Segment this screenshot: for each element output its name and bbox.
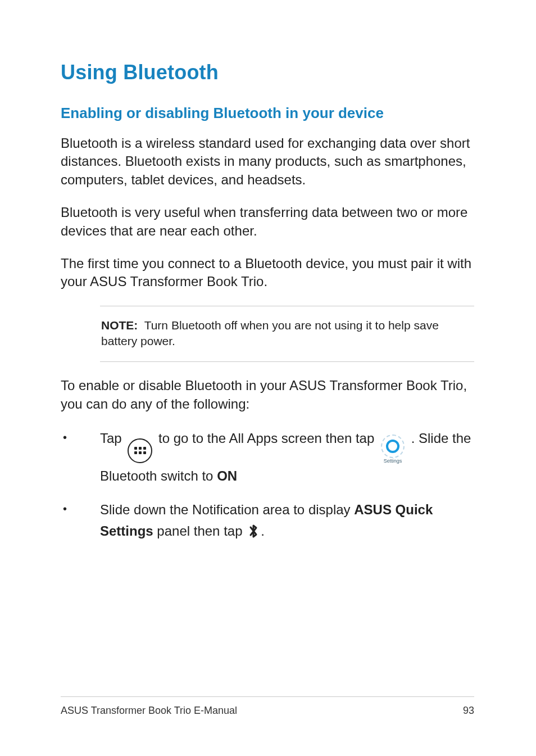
all-apps-icon <box>128 438 152 463</box>
bullet-list: • Tap to go to the All Apps screen then … <box>61 428 474 546</box>
text-fragment: to go to the All Apps screen then tap <box>158 431 378 446</box>
paragraph: Bluetooth is a wireless standard used fo… <box>61 134 474 189</box>
dots-grid <box>134 447 146 454</box>
note-body-text: Turn Bluetooth off when you are not usin… <box>101 319 439 347</box>
page-number: 93 <box>463 705 474 717</box>
bluetooth-icon <box>247 523 260 545</box>
text-fragment: Tap <box>100 431 125 446</box>
note-text: NOTE: Turn Bluetooth off when you are no… <box>101 318 473 350</box>
list-item-body: Tap to go to the All Apps screen then ta… <box>100 428 474 487</box>
text-fragment: . <box>261 523 265 538</box>
settings-ring <box>383 437 402 456</box>
list-item-body: Slide down the Notification area to disp… <box>100 499 474 546</box>
paragraph: Bluetooth is very useful when transferri… <box>61 203 474 240</box>
page-title: Using Bluetooth <box>61 61 474 84</box>
list-item: • Slide down the Notification area to di… <box>61 499 474 546</box>
paragraph: The first time you connect to a Bluetoot… <box>61 255 474 291</box>
manual-page: Using Bluetooth Enabling or disabling Bl… <box>0 0 536 756</box>
list-item: • Tap to go to the All Apps screen then … <box>61 428 474 487</box>
paragraph: To enable or disable Bluetooth in your A… <box>61 377 474 413</box>
bullet-icon: • <box>61 499 100 518</box>
settings-icon: Settings <box>380 437 405 465</box>
settings-label: Settings <box>384 457 402 465</box>
bullet-icon: • <box>61 428 100 447</box>
on-label: ON <box>217 468 237 483</box>
text-fragment: panel then tap <box>153 523 246 538</box>
note-label: NOTE: <box>101 319 138 332</box>
section-heading: Enabling or disabling Bluetooth in your … <box>61 105 474 122</box>
settings-inner <box>386 440 399 453</box>
page-footer: ASUS Transformer Book Trio E-Manual 93 <box>61 696 474 717</box>
note-block: NOTE: Turn Bluetooth off when you are no… <box>100 306 474 363</box>
text-fragment: Slide down the Notification area to disp… <box>100 502 354 517</box>
footer-title: ASUS Transformer Book Trio E-Manual <box>61 705 237 717</box>
